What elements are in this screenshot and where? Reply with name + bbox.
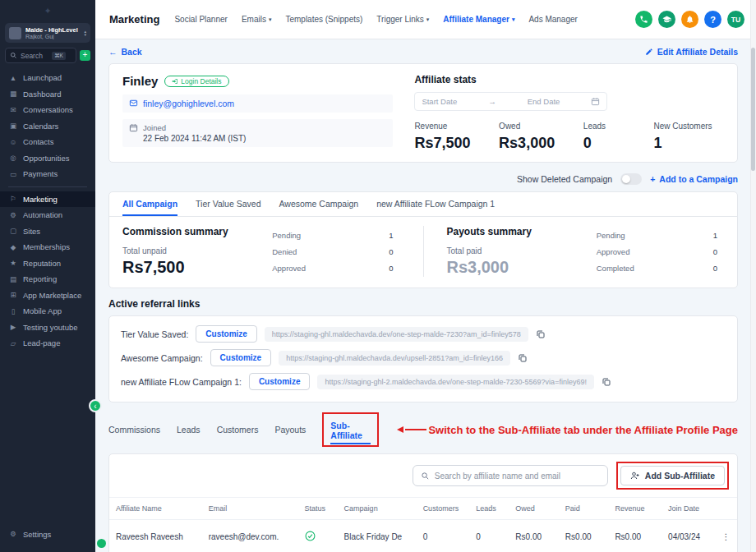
customize-button[interactable]: Customize (249, 373, 311, 390)
customize-button[interactable]: Customize (210, 349, 272, 366)
annotation-highlight-box: Sub-Affiliate (322, 412, 379, 447)
tab-payouts[interactable]: Payouts (274, 421, 306, 439)
show-deleted-campaign-toggle[interactable] (620, 173, 642, 185)
account-location: Rajkot, Guj (25, 34, 80, 39)
sidebar-item-mobile-app[interactable]: ▯Mobile App (0, 303, 95, 320)
reporting-icon: ▤ (9, 275, 17, 283)
copy-icon[interactable] (536, 329, 546, 339)
cell-owed: Rs0.00 (509, 520, 559, 552)
tab-templates-snippets[interactable]: Templates (Snippets) (285, 15, 362, 24)
sidebar-item-calendars[interactable]: ▣Calendars (0, 118, 95, 135)
edit-affiliate-details-link[interactable]: Edit Affiliate Details (645, 47, 738, 57)
sidebar-item-testing-youtube[interactable]: ▶Testing youtube (0, 320, 95, 336)
total-paid-label: Total paid (447, 246, 532, 255)
date-range-picker[interactable]: Start Date → End Date (414, 92, 607, 111)
annotation-arrow-icon (397, 426, 403, 433)
scrollbar[interactable] (750, 0, 756, 552)
opportunities-icon: ◎ (9, 154, 17, 162)
referral-link-row: Tier Value Saved: Customize https://stag… (121, 325, 726, 343)
sidebar-item-payments[interactable]: ▭Payments (0, 166, 95, 182)
calendar-icon (129, 123, 138, 132)
tab-customers[interactable]: Customers (217, 421, 259, 439)
payouts-approved-row: Approved0 (597, 243, 717, 260)
affiliate-search[interactable] (413, 465, 608, 486)
cell-customers: 0 (417, 520, 470, 552)
academy-button[interactable] (658, 11, 675, 28)
sidebar-item-marketing[interactable]: ⚐Marketing (0, 191, 95, 208)
sidebar-item-contacts[interactable]: ☺Contacts (0, 134, 95, 150)
sidebar-item-automation[interactable]: ⚙Automation (0, 207, 95, 223)
tab-trigger-links[interactable]: Trigger Links▾ (376, 15, 429, 24)
add-to-campaign-link[interactable]: +Add to a Campaign (650, 174, 738, 184)
quick-add-button[interactable]: + (80, 50, 90, 61)
sidebar-item-sites[interactable]: ▢Sites (0, 223, 95, 240)
login-details-badge[interactable]: Login Details (164, 76, 228, 87)
active-referral-links-title: Active referral links (108, 298, 738, 310)
sidebar-item-memberships[interactable]: ◆Memberships (0, 239, 95, 255)
sidebar-item-label: Conversations (23, 105, 73, 114)
help-button[interactable]: ? (704, 11, 721, 28)
graduation-cap-icon (662, 15, 671, 24)
row-menu-button[interactable]: ⋮ (715, 520, 737, 552)
phone-button[interactable] (635, 11, 652, 28)
contacts-icon: ☺ (9, 138, 17, 146)
app-window: ✦ Malde - HighLevel Rajkot, Guj ▴ ▾ ⌘K +… (0, 0, 756, 552)
sidebar-item-reputation[interactable]: ★Reputation (0, 255, 95, 272)
sidebar-item-launchpad[interactable]: ▲Launchpad (0, 70, 95, 86)
sidebar-item-opportunities[interactable]: ◎Opportunities (0, 150, 95, 167)
tab-affiliate-manager[interactable]: Affiliate Manager▾ (443, 15, 514, 24)
sidebar-search-input[interactable] (21, 52, 48, 60)
table-row[interactable]: Raveesh Raveesh raveesh@dev.com. Black F… (109, 520, 737, 552)
stat-owed: Owed Rs3,000 (499, 122, 583, 152)
help-bubble[interactable] (97, 539, 106, 548)
sidebar-item-settings[interactable]: ⚙Settings (0, 527, 95, 543)
tab-sub-affiliate[interactable]: Sub-Affiliate (330, 416, 371, 444)
tab-social-planner[interactable]: Social Planner (174, 15, 227, 24)
tab-ads-manager[interactable]: Ads Manager (528, 15, 577, 24)
campaign-tab-tier-value-saved[interactable]: Tier Value Saved (196, 192, 260, 216)
sidebar-item-conversations[interactable]: ✉Conversations (0, 102, 95, 118)
bell-icon (685, 15, 694, 24)
sidebar-item-dashboard[interactable]: ▦Dashboard (0, 86, 95, 103)
add-sub-affiliate-button[interactable]: Add Sub-Affiliate (620, 466, 725, 485)
sidebar-search[interactable]: ⌘K (5, 48, 76, 63)
account-switcher[interactable]: Malde - HighLevel Rajkot, Guj ▴ ▾ (5, 23, 90, 43)
tab-emails[interactable]: Emails▾ (242, 15, 272, 24)
campaign-tab-all[interactable]: All Campaign (122, 192, 177, 216)
campaign-tab-new-affiliate-flow[interactable]: new Affiliate FLow Campaign 1 (376, 192, 495, 216)
referral-url: https://staging-ghl.maldechavda.dev/one-… (265, 327, 528, 342)
scrollbar-thumb[interactable] (751, 48, 755, 171)
sidebar-item-label: Dashboard (23, 90, 61, 99)
copy-icon[interactable] (518, 353, 528, 363)
referral-link-row: Awesome Campaign: Customize https://stag… (121, 349, 726, 366)
affiliate-profile-card: Finley Login Details finley@gohighlevel.… (108, 63, 738, 163)
cell-revenue: Rs0.00 (608, 520, 662, 552)
affiliate-detail-tabs: Commissions Leads Customers Payouts Sub-… (108, 412, 738, 447)
sidebar-item-reporting[interactable]: ▤Reporting (0, 271, 95, 288)
sites-icon: ▢ (9, 227, 17, 235)
chevron-down-icon: ▾ (269, 16, 272, 23)
tab-leads[interactable]: Leads (177, 421, 201, 439)
user-avatar[interactable]: TU (727, 11, 744, 28)
calendar-icon: ▣ (9, 122, 17, 130)
referral-url: https://staging-ghl.maldechavda.dev/upse… (279, 351, 510, 366)
sidebar-item-label: Lead-page (23, 338, 60, 347)
commission-summary: Commission summary Total unpaid Rs7,500 … (122, 226, 424, 277)
campaign-tab-awesome[interactable]: Awesome Campaign (279, 192, 358, 216)
col-actions (715, 498, 737, 520)
col-customers: Customers (417, 498, 470, 520)
copy-icon[interactable] (602, 377, 611, 387)
sidebar-item-app-marketplace[interactable]: ⊞App Marketplace (0, 288, 95, 304)
notifications-button[interactable] (681, 11, 698, 28)
calendar-icon (591, 97, 600, 106)
sidebar-item-lead-page[interactable]: ▱Lead-page (0, 335, 95, 352)
collapse-icon: ‹ (94, 402, 96, 411)
affiliate-search-input[interactable] (435, 472, 600, 481)
person-add-icon (630, 471, 640, 481)
back-link[interactable]: ←Back (108, 47, 142, 57)
tab-commissions[interactable]: Commissions (108, 421, 160, 439)
customize-button[interactable]: Customize (196, 325, 257, 343)
sidebar-collapse-button[interactable]: ‹ (89, 399, 102, 412)
sidebar-item-label: Settings (23, 530, 51, 539)
affiliate-email-link[interactable]: finley@gohighlevel.com (143, 99, 234, 108)
